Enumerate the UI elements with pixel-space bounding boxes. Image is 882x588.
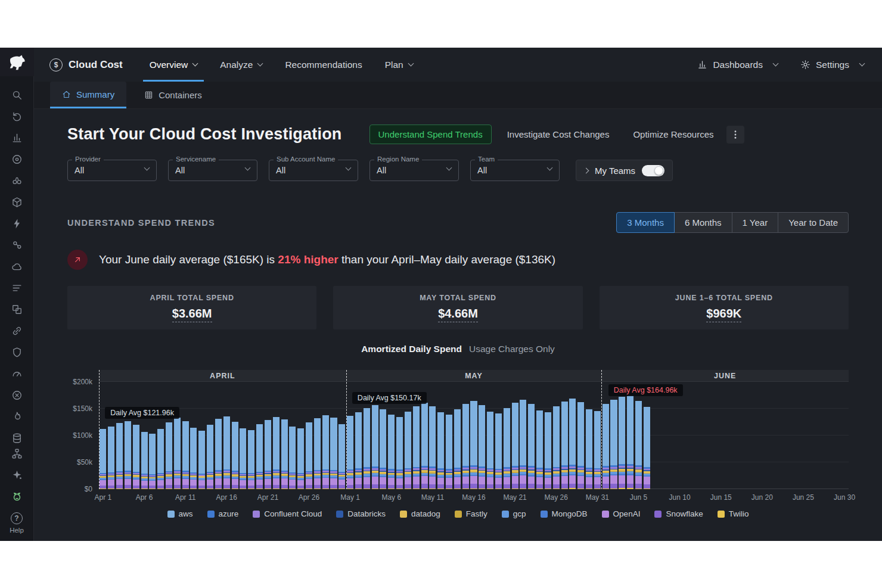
bar-day-45[interactable] [470,401,477,489]
bar-day-58[interactable] [577,402,584,489]
search-icon[interactable] [8,87,26,102]
bar-day-26[interactable] [314,418,321,489]
legend-item-datadog[interactable]: datadog [400,509,440,518]
incident-icon[interactable] [8,409,26,424]
pill-optimize-resources[interactable]: Optimize Resources [625,125,722,144]
range-3-months[interactable]: 3 Months [616,212,675,233]
tab-containers[interactable]: Containers [132,82,214,108]
apm-icon[interactable] [8,216,26,231]
bar-day-29[interactable] [338,424,345,489]
nav-item-recommendations[interactable]: Recommendations [274,48,373,82]
bar-day-41[interactable] [437,412,444,489]
filter-team[interactable]: TeamAll [470,160,560,181]
bar-day-15[interactable] [223,416,230,489]
bar-day-64[interactable] [627,396,633,489]
bar-day-28[interactable] [330,418,337,489]
bar-day-61[interactable] [603,404,609,489]
bar-day-52[interactable] [528,404,535,489]
bar-day-47[interactable] [487,412,493,489]
more-options-button[interactable] [726,126,744,144]
legend-item-azure[interactable]: azure [207,509,239,518]
logs-icon[interactable] [8,280,26,295]
bar-day-48[interactable] [495,413,502,489]
bar-day-32[interactable] [364,408,370,489]
range-6-months[interactable]: 6 Months [674,212,732,233]
pill-investigate-cost-changes[interactable]: Investigate Cost Changes [499,125,618,144]
bar-day-24[interactable] [297,428,304,489]
legend-item-databricks[interactable]: Databricks [336,509,386,518]
bar-day-43[interactable] [454,409,461,489]
bar-day-42[interactable] [446,415,452,489]
bar-day-16[interactable] [232,422,238,489]
bar-day-35[interactable] [388,415,395,489]
bar-day-6[interactable] [149,434,156,489]
legend-item-snowflake[interactable]: Snowflake [654,509,703,518]
bar-day-4[interactable] [133,425,139,489]
legend-item-aws[interactable]: aws [167,509,193,518]
bar-day-60[interactable] [594,411,601,489]
bar-day-63[interactable] [619,397,625,489]
nav-item-analyze[interactable]: Analyze [209,48,274,82]
bar-day-40[interactable] [429,406,436,489]
infrastructure-icon[interactable] [8,194,26,210]
filter-region-name[interactable]: Region NameAll [369,160,459,181]
bar-day-12[interactable] [198,431,205,489]
bar-day-1[interactable] [108,427,114,489]
legend-item-fastly[interactable]: Fastly [455,509,487,518]
history-icon[interactable] [8,108,26,124]
bar-day-31[interactable] [355,412,362,489]
legend-item-confluent-cloud[interactable]: Confluent Cloud [253,509,322,518]
bar-day-50[interactable] [512,403,518,489]
dashboards-icon[interactable] [8,130,26,145]
nav-item-overview[interactable]: Overview [138,48,209,82]
bar-day-5[interactable] [141,432,148,489]
tab-summary[interactable]: Summary [50,82,126,108]
bar-day-38[interactable] [413,406,420,489]
bar-day-33[interactable] [372,405,378,489]
monitors-icon[interactable] [8,366,26,381]
bar-day-39[interactable] [421,403,428,489]
bar-day-34[interactable] [380,409,386,489]
my-teams-toggle[interactable] [642,165,664,176]
bar-day-37[interactable] [405,412,411,489]
bar-day-3[interactable] [125,421,131,489]
legend-item-mongodb[interactable]: MongoDB [541,509,588,518]
org-icon[interactable] [8,446,26,461]
bar-day-0[interactable] [100,429,106,489]
cloud-icon[interactable] [8,259,26,274]
metrics-icon[interactable] [8,151,26,167]
bar-day-44[interactable] [462,404,469,489]
bar-day-17[interactable] [240,428,246,489]
bar-day-22[interactable] [281,419,288,489]
bar-day-25[interactable] [306,422,312,489]
bar-day-27[interactable] [322,415,329,489]
bar-day-13[interactable] [207,425,213,489]
legend-item-twilio[interactable]: Twilio [718,509,749,518]
bar-day-59[interactable] [586,409,592,489]
bar-day-49[interactable] [504,408,510,489]
bar-day-66[interactable] [644,407,650,489]
filter-sub-account-name[interactable]: Sub Account NameAll [269,160,358,181]
nav-item-plan[interactable]: Plan [374,48,424,82]
bar-day-53[interactable] [536,410,543,489]
bar-day-21[interactable] [273,417,279,489]
pill-understand-spend-trends[interactable]: Understand Spend Trends [369,125,492,144]
bar-day-36[interactable] [396,417,403,489]
nav-item-dashboards[interactable]: Dashboards [697,60,778,70]
my-teams-control[interactable]: My Teams [576,160,673,181]
bar-day-57[interactable] [569,399,576,489]
bar-day-19[interactable] [256,424,263,489]
bar-day-8[interactable] [166,422,172,489]
bar-day-65[interactable] [635,401,642,489]
bar-day-30[interactable] [347,416,353,489]
filter-servicename[interactable]: ServicenameAll [168,160,257,181]
watchdog-icon[interactable] [8,173,26,188]
cloud-cost-icon[interactable] [8,489,26,504]
security-icon[interactable] [8,344,26,360]
bar-day-51[interactable] [520,400,526,489]
range-year-to-date[interactable]: Year to Date [778,212,849,233]
filter-provider[interactable]: ProviderAll [67,160,157,181]
synthetics-icon[interactable] [8,323,26,338]
bar-day-54[interactable] [545,412,551,489]
bar-day-11[interactable] [190,428,197,489]
